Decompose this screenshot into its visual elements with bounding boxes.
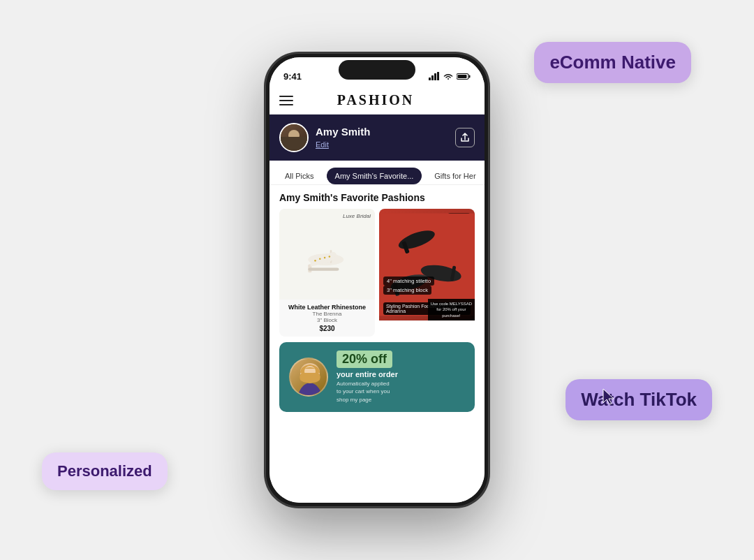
tabs-bar: All Picks Amy Smith's Favorite... Gifts … — [269, 161, 485, 185]
scene: eComm Native Watch TikTok Personalized 9… — [0, 0, 754, 560]
svg-rect-1 — [429, 78, 431, 80]
svg-point-12 — [314, 260, 316, 262]
promo-avatar — [289, 358, 328, 397]
callout-ecomm: eComm Native — [534, 42, 691, 83]
video-tag-3inch: 3" matching block — [383, 286, 431, 295]
dynamic-island — [339, 60, 415, 80]
svg-rect-2 — [431, 75, 434, 80]
profile-edit-link[interactable]: Edit — [316, 140, 329, 149]
svg-rect-6 — [469, 75, 471, 78]
hamburger-menu[interactable] — [279, 96, 293, 105]
signal-icon — [429, 72, 440, 80]
svg-point-15 — [329, 256, 331, 258]
wifi-icon — [443, 73, 453, 80]
callout-tiktok: Watch TikTok — [566, 379, 712, 420]
product-info: White Leather Rhinestone The Brenna 3" B… — [279, 300, 375, 337]
avatar-image — [281, 124, 307, 151]
video-use-code: Use code MELYSSAD for 20% off your purch… — [428, 299, 475, 320]
tab-amy-favorites[interactable]: Amy Smith's Favorite... — [327, 168, 422, 184]
product-card[interactable]: Luxe Bridal — [279, 209, 375, 337]
svg-rect-9 — [308, 268, 339, 271]
promo-description: Automatically applied to your cart when … — [337, 380, 465, 404]
product-heel: 3" Block — [285, 317, 369, 323]
svg-point-14 — [324, 257, 326, 259]
svg-rect-4 — [437, 72, 439, 80]
status-icons — [429, 72, 471, 80]
profile-header: Amy Smith Edit — [269, 115, 485, 161]
top-nav: PASHION — [269, 88, 485, 115]
tab-gifts-for-her[interactable]: Gifts for Her — [426, 168, 484, 184]
brand-logo: PASHION — [337, 92, 415, 108]
avatar — [279, 123, 309, 152]
promo-text: 20% off your entire order Automatically … — [337, 351, 465, 404]
product-image: Luxe Bridal — [279, 209, 375, 300]
video-tag-3inch-container: 3" matching block — [383, 282, 431, 297]
product-brand-label: Luxe Bridal — [343, 213, 371, 219]
promo-order: your entire order — [337, 370, 465, 378]
tab-all-picks[interactable]: All Picks — [276, 168, 323, 184]
video-thumbnail: 00:47 — [379, 209, 475, 320]
cursor-arrow — [602, 388, 617, 410]
profile-info: Amy Smith Edit — [316, 126, 370, 150]
promo-discount: 20% off — [337, 351, 392, 368]
battery-icon — [457, 73, 471, 80]
profile-name: Amy Smith — [316, 126, 370, 138]
content-area: Amy Smith's Favorite Pashions Luxe Brida… — [269, 185, 485, 503]
phone-screen: 9:41 — [269, 57, 485, 503]
status-time: 9:41 — [283, 71, 302, 82]
products-grid: Luxe Bridal — [269, 209, 485, 337]
svg-marker-0 — [603, 389, 614, 404]
phone-shell: 9:41 — [265, 53, 489, 507]
callout-personalized: Personalized — [42, 452, 168, 490]
shoe-illustration — [297, 233, 357, 275]
svg-rect-3 — [434, 73, 436, 80]
product-name: White Leather Rhinestone — [285, 304, 369, 311]
product-price: $230 — [285, 325, 369, 332]
svg-rect-7 — [458, 75, 467, 78]
profile-left: Amy Smith Edit — [279, 123, 370, 152]
section-title: Amy Smith's Favorite Pashions — [269, 185, 485, 209]
share-button[interactable] — [455, 128, 475, 147]
promo-banner[interactable]: 20% off your entire order Automatically … — [279, 342, 475, 412]
product-sub: The Brenna — [285, 311, 369, 317]
svg-point-13 — [319, 258, 321, 260]
video-card[interactable]: 00:47 — [379, 209, 475, 337]
